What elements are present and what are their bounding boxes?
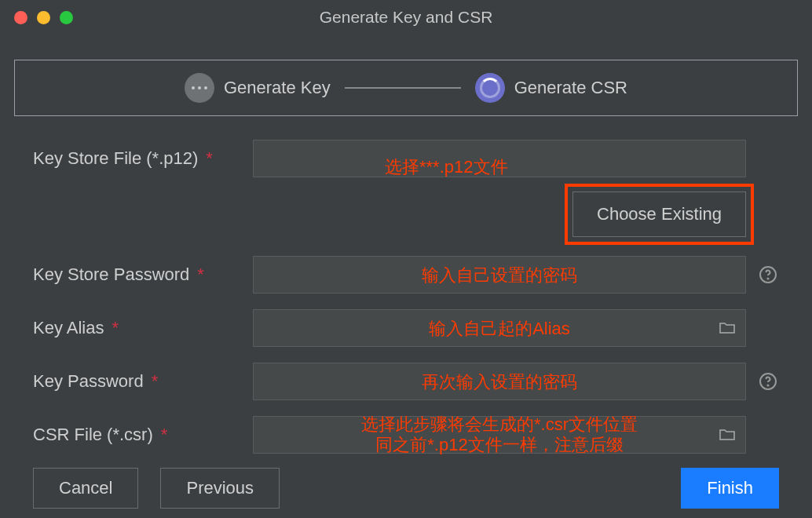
form: Key Store File (*.p12) * 选择***.p12文件 Cho… (0, 124, 812, 455)
label-key-store-password: Key Store Password * (33, 264, 253, 285)
choose-existing-row: Choose Existing (33, 192, 779, 237)
label-key-store-file: Key Store File (*.p12) * (33, 148, 253, 169)
step-label: Generate CSR (514, 78, 627, 98)
titlebar: Generate Key and CSR (0, 0, 812, 35)
traffic-lights (14, 11, 73, 24)
label-key-alias: Key Alias * (33, 318, 253, 338)
stepper: Generate Key Generate CSR (14, 60, 798, 116)
label-text: Key Store Password (33, 264, 189, 285)
step-label: Generate Key (224, 78, 331, 98)
window-title: Generate Key and CSR (0, 8, 812, 27)
footer: Cancel Previous Finish (33, 468, 779, 509)
step-generate-key: Generate Key (185, 73, 331, 103)
label-text: CSR File (*.csr) (33, 425, 153, 445)
required-indicator: * (152, 371, 159, 392)
label-key-password: Key Password * (33, 371, 253, 392)
required-indicator: * (112, 318, 119, 338)
label-text: Key Store File (*.p12) (33, 148, 198, 169)
help-icon[interactable] (757, 264, 779, 286)
minimize-window-button[interactable] (37, 11, 50, 24)
required-indicator: * (161, 425, 168, 445)
key-password-input[interactable] (253, 363, 746, 400)
label-text: Key Alias (33, 318, 104, 338)
key-alias-input[interactable] (253, 309, 746, 347)
row-csr-file: CSR File (*.csr) * 选择此步骤将会生成的*.csr文件位置 同… (33, 414, 779, 455)
row-key-store-file: Key Store File (*.p12) * (33, 138, 779, 179)
row-key-alias: Key Alias * 输入自己起的Alias (33, 308, 779, 348)
ellipsis-icon (185, 73, 214, 103)
label-text: Key Password (33, 371, 144, 392)
cancel-button[interactable]: Cancel (33, 468, 138, 509)
svg-point-1 (767, 278, 768, 279)
spinner-icon (475, 73, 505, 103)
step-connector (345, 87, 461, 89)
row-key-store-password: Key Store Password * 输入自己设置的密码 (33, 254, 779, 295)
finish-button[interactable]: Finish (681, 468, 779, 509)
step-generate-csr: Generate CSR (475, 73, 627, 103)
key-store-file-input[interactable] (253, 140, 746, 177)
row-key-password: Key Password * 再次输入设置的密码 (33, 361, 779, 402)
close-window-button[interactable] (14, 11, 27, 24)
key-store-password-input[interactable] (253, 256, 746, 294)
csr-file-input[interactable] (253, 416, 746, 454)
svg-point-3 (767, 385, 768, 385)
label-csr-file: CSR File (*.csr) * (33, 425, 253, 445)
folder-icon[interactable] (716, 424, 738, 446)
previous-button[interactable]: Previous (160, 468, 280, 509)
folder-icon[interactable] (716, 317, 738, 339)
choose-existing-button[interactable]: Choose Existing (572, 192, 746, 237)
required-indicator: * (206, 148, 213, 169)
maximize-window-button[interactable] (60, 11, 73, 24)
help-icon[interactable] (757, 370, 779, 392)
required-indicator: * (197, 264, 204, 285)
